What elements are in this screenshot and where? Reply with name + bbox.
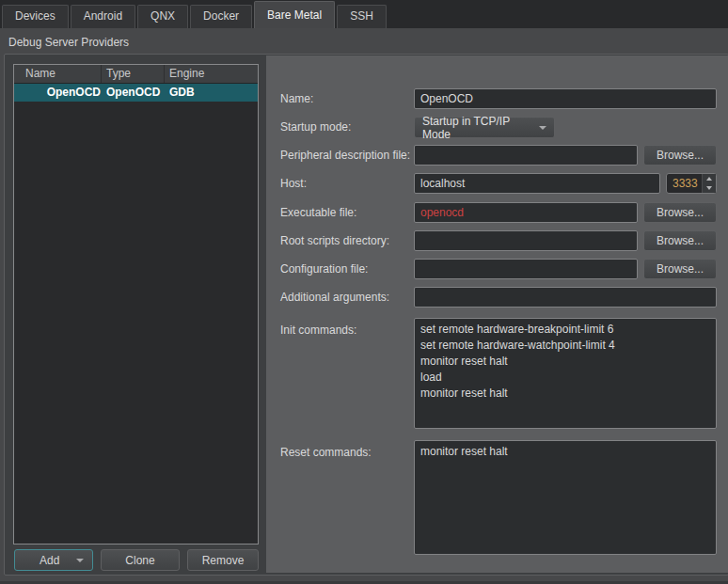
device-settings-tabbar: Devices Android QNX Docker Bare Metal SS… — [0, 0, 728, 28]
executable-file-input[interactable] — [414, 202, 638, 223]
executable-file-label: Executable file: — [280, 202, 356, 223]
startup-mode-value: Startup in TCP/IP Mode — [422, 115, 539, 141]
host-input[interactable] — [414, 173, 660, 194]
tab-bare-metal[interactable]: Bare Metal — [254, 1, 335, 28]
remove-button[interactable]: Remove — [187, 549, 259, 571]
startup-mode-label: Startup mode: — [280, 117, 351, 137]
provider-actions: Add Clone Remove — [14, 549, 259, 571]
spin-down-button[interactable] — [703, 183, 716, 193]
configuration-file-browse-button[interactable]: Browse... — [643, 259, 717, 279]
reset-commands-textarea[interactable]: monitor reset halt — [414, 440, 717, 555]
tab-docker[interactable]: Docker — [190, 5, 252, 28]
arrow-up-icon — [706, 177, 712, 181]
host-label: Host: — [280, 173, 307, 194]
arrow-down-icon — [706, 186, 712, 190]
configuration-file-label: Configuration file: — [280, 259, 368, 279]
root-scripts-label: Root scripts directory: — [280, 230, 389, 251]
bare-metal-pane: Debug Server Providers Name Type Engine … — [0, 28, 728, 584]
add-button[interactable]: Add — [14, 549, 93, 571]
provider-type-cell: OpenOCD — [102, 84, 165, 102]
chevron-down-icon — [76, 559, 84, 562]
executable-file-browse-button[interactable]: Browse... — [643, 202, 717, 223]
column-header-type: Type — [102, 65, 165, 83]
spin-up-button[interactable] — [703, 174, 716, 183]
column-header-name: Name — [14, 65, 102, 83]
table-row[interactable]: OpenOCD OpenOCD GDB — [14, 84, 258, 102]
peripheral-file-input[interactable] — [414, 145, 638, 166]
init-commands-textarea[interactable]: set remote hardware-breakpoint-limit 6 s… — [414, 318, 717, 429]
provider-engine-cell: GDB — [165, 84, 258, 102]
name-input[interactable] — [414, 88, 717, 109]
chevron-down-icon — [539, 126, 546, 130]
reset-commands-label: Reset commands: — [280, 442, 372, 463]
providers-table-header: Name Type Engine — [14, 65, 258, 84]
root-scripts-input[interactable] — [414, 230, 638, 251]
clone-button[interactable]: Clone — [101, 549, 180, 571]
provider-name-cell: OpenOCD — [14, 84, 102, 102]
tab-devices[interactable]: Devices — [2, 5, 69, 28]
name-label: Name: — [280, 88, 313, 109]
peripheral-file-label: Peripheral description file: — [280, 145, 410, 166]
port-spin-arrows — [702, 174, 716, 193]
tab-android[interactable]: Android — [71, 5, 135, 28]
configuration-file-input[interactable] — [414, 259, 638, 279]
bare-metal-options-window: Devices Android QNX Docker Bare Metal SS… — [0, 0, 728, 584]
additional-arguments-input[interactable] — [414, 287, 717, 308]
startup-mode-select[interactable]: Startup in TCP/IP Mode — [414, 117, 555, 138]
init-commands-label: Init commands: — [280, 320, 356, 340]
tab-qnx[interactable]: QNX — [137, 5, 188, 28]
group-title: Debug Server Providers — [8, 36, 129, 49]
peripheral-file-browse-button[interactable]: Browse... — [643, 145, 717, 166]
tab-ssh[interactable]: SSH — [337, 5, 387, 28]
port-spinbox[interactable] — [666, 173, 717, 194]
add-button-label: Add — [40, 554, 59, 567]
column-header-engine: Engine — [165, 65, 258, 83]
root-scripts-browse-button[interactable]: Browse... — [643, 230, 717, 251]
debug-server-providers-group: Name Type Engine OpenOCD OpenOCD GDB Add… — [4, 54, 728, 576]
port-input[interactable] — [667, 174, 702, 193]
additional-arguments-label: Additional arguments: — [280, 287, 389, 308]
provider-details-panel: Name: Startup mode: Startup in TCP/IP Mo… — [266, 55, 728, 573]
providers-table[interactable]: Name Type Engine OpenOCD OpenOCD GDB — [13, 64, 259, 545]
